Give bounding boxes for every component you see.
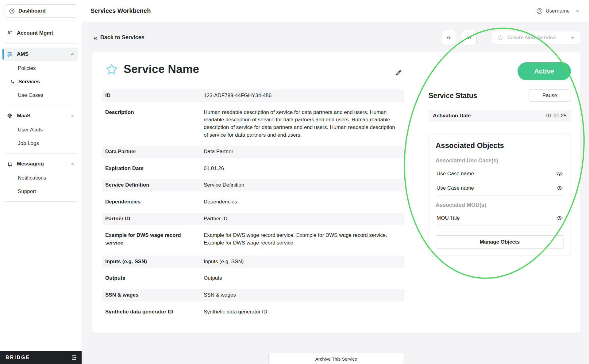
detail-value: Outputs bbox=[204, 275, 400, 282]
status-row: Service Status Pause bbox=[429, 89, 571, 102]
sidebar-divider bbox=[4, 105, 77, 105]
service-detail-card: Service Name Active ID 123-ADF7 bbox=[92, 52, 580, 333]
view-use-case-button[interactable] bbox=[556, 171, 563, 176]
list-item: Use Case name bbox=[436, 167, 564, 181]
table-row: Dependencies Dependencies bbox=[102, 196, 404, 208]
sidebar-item-account-mgmt[interactable]: Account Mgmt bbox=[4, 26, 78, 40]
use-case-name: Use Case name bbox=[437, 185, 474, 191]
topbar: Services Workbench Username bbox=[82, 0, 589, 22]
header-left: Service Name bbox=[102, 62, 404, 76]
sidebar-label-account-mgmt: Account Mgmt bbox=[17, 30, 53, 36]
detail-label: Example for DWS wage record service bbox=[105, 232, 204, 247]
chevron-down-icon bbox=[575, 9, 580, 13]
sidebar-item-services[interactable]: Services bbox=[4, 75, 78, 88]
sidebar-label-maas: MaaS bbox=[17, 113, 30, 119]
dashboard-icon bbox=[9, 8, 15, 14]
star-icon bbox=[497, 35, 503, 41]
status-active-pill[interactable]: Active bbox=[518, 62, 571, 80]
next-service-button[interactable]: » bbox=[462, 30, 477, 45]
username-label: Username bbox=[546, 8, 570, 14]
table-row: Data Partner Data Partner bbox=[102, 146, 404, 158]
detail-value: 01.01.26 bbox=[204, 165, 400, 173]
table-row: Service Definition Service Definition bbox=[102, 179, 404, 191]
chevron-up-icon bbox=[70, 52, 75, 57]
arrow-branch-icon bbox=[10, 79, 15, 85]
sidebar-label-ams: AMS bbox=[17, 51, 29, 57]
dashboard-label: Dashboard bbox=[18, 8, 46, 14]
detail-label: Description bbox=[105, 109, 204, 139]
diamond-icon bbox=[7, 113, 13, 119]
detail-value: Human readable description of service fo… bbox=[204, 109, 400, 139]
detail-label: Outputs bbox=[105, 275, 204, 282]
sidebar-item-user-accts[interactable]: User Accts bbox=[4, 123, 78, 136]
create-new-service-button[interactable]: Create New Service + bbox=[492, 31, 580, 44]
table-row: ID 123-ADF789-44FGHY34-456 bbox=[102, 89, 404, 102]
detail-value: Synthetic data generator ID bbox=[204, 308, 400, 316]
sidebar-item-policies[interactable]: Policies bbox=[4, 62, 78, 75]
mou-title: MOU Title bbox=[437, 215, 460, 221]
detail-value: Data Partner bbox=[204, 148, 400, 156]
table-row: Partner ID Partner ID bbox=[102, 213, 404, 225]
manage-objects-button[interactable]: Manage Objects bbox=[436, 235, 564, 249]
associated-use-cases-heading: Associated Use Case(s) bbox=[436, 155, 564, 167]
detail-value: Inputs (e.g. SSN) bbox=[204, 258, 400, 266]
detail-value: Example for DWS wage record service. Exa… bbox=[204, 232, 400, 247]
pause-button[interactable]: Pause bbox=[529, 89, 571, 102]
brand-label: BRIDGE bbox=[6, 355, 30, 360]
sidebar-divider bbox=[4, 153, 77, 154]
page-title: Services Workbench bbox=[90, 7, 151, 14]
table-row: Example for DWS wage record service Exam… bbox=[102, 229, 404, 249]
table-row: Outputs Outputs bbox=[102, 272, 404, 285]
archive-service-button[interactable]: Archive This Service bbox=[268, 353, 404, 364]
favorite-star-icon[interactable] bbox=[105, 63, 118, 76]
view-mou-button[interactable] bbox=[556, 215, 563, 221]
detail-label: SSN & wages bbox=[105, 291, 204, 299]
back-to-services-link[interactable]: « Back to Services bbox=[92, 34, 144, 41]
view-use-case-button[interactable] bbox=[556, 185, 563, 191]
activation-date-row: Activation Date 01.01.25 bbox=[429, 110, 571, 122]
sidebar: Account Mgmt AMS Policies Services bbox=[0, 22, 82, 364]
sidebar-group-maas[interactable]: MaaS bbox=[4, 109, 78, 123]
associated-objects-title: Associated Objects bbox=[436, 141, 564, 150]
table-row: Synthetic data generator ID Synthetic da… bbox=[102, 306, 404, 318]
detail-label: Inputs (e.g. SSN) bbox=[105, 258, 204, 266]
header-right: Active bbox=[429, 62, 571, 80]
toolbar: « Back to Services « » Create New Servic bbox=[92, 30, 580, 45]
previous-service-button[interactable]: « bbox=[441, 30, 456, 45]
double-chevron-left-icon: « bbox=[94, 34, 97, 41]
sidebar-group-messaging[interactable]: Messaging bbox=[4, 157, 78, 171]
sidebar-label-services: Services bbox=[18, 79, 40, 85]
table-row: Inputs (e.g. SSN) Inputs (e.g. SSN) bbox=[102, 256, 404, 268]
sidebar-item-job-logs[interactable]: Job Logs bbox=[4, 137, 78, 150]
person-gear-icon bbox=[7, 30, 13, 36]
sidebar-item-notifications[interactable]: Notifications bbox=[4, 172, 78, 184]
use-case-name: Use Case name bbox=[437, 171, 474, 177]
service-status-panel: Service Status Pause Activation Date 01.… bbox=[429, 89, 571, 322]
toolbar-right: « » Create New Service + bbox=[441, 30, 580, 45]
sidebar-footer: BRIDGE bbox=[0, 351, 82, 364]
archive-row: Archive This Service bbox=[92, 353, 580, 364]
sidebar-item-support[interactable]: Support bbox=[4, 185, 78, 198]
back-label: Back to Services bbox=[100, 34, 144, 41]
detail-value: Partner ID bbox=[204, 215, 400, 223]
service-status-heading: Service Status bbox=[429, 92, 477, 100]
detail-value: Dependencies bbox=[204, 198, 400, 206]
user-menu[interactable]: Username bbox=[536, 8, 580, 14]
sidebar-label-messaging: Messaging bbox=[17, 161, 44, 167]
detail-value: Service Definition bbox=[204, 181, 400, 189]
chevron-up-icon bbox=[70, 161, 75, 166]
detail-label: Expiration Date bbox=[105, 165, 204, 173]
plus-icon: + bbox=[571, 33, 575, 42]
detail-label: Data Partner bbox=[105, 148, 204, 156]
sidebar-item-use-cases[interactable]: Use Cases bbox=[4, 89, 78, 102]
activation-date-value: 01.01.25 bbox=[546, 113, 567, 119]
collapse-sidebar-icon[interactable] bbox=[71, 355, 77, 361]
double-chevron-left-icon: « bbox=[447, 34, 450, 41]
sidebar-group-ams[interactable]: AMS bbox=[4, 47, 78, 61]
table-row: Description Human readable description o… bbox=[102, 106, 404, 142]
detail-label: Service Definition bbox=[105, 181, 204, 189]
dashboard-button[interactable]: Dashboard bbox=[5, 4, 77, 18]
table-row: Expiration Date 01.01.26 bbox=[102, 162, 404, 175]
detail-value: 123-ADF789-44FGHY34-456 bbox=[204, 92, 400, 100]
edit-pencil-icon[interactable] bbox=[395, 69, 402, 76]
